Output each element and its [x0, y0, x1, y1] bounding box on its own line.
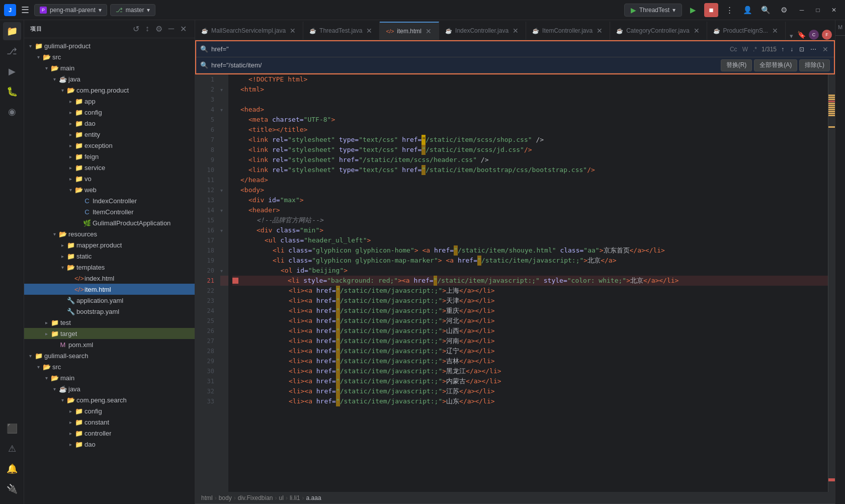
activity-icon-project[interactable]: 📁: [3, 22, 21, 40]
fold-16[interactable]: ▾: [220, 225, 228, 235]
tree-item-entity[interactable]: ▸ 📁 entity: [24, 129, 195, 140]
activity-icon-plugins[interactable]: 🔌: [3, 480, 21, 498]
fold-4[interactable]: ▾: [220, 105, 228, 115]
tree-item-exception[interactable]: ▸ 📁 exception: [24, 140, 195, 151]
match-case-btn[interactable]: Cc: [728, 45, 739, 54]
find-close-btn[interactable]: ✕: [821, 44, 830, 54]
tab-close-button[interactable]: ✕: [289, 27, 297, 35]
tree-item-search-config[interactable]: ▸ 📁 config: [24, 405, 195, 416]
branch-selector[interactable]: ⎇ master ▾: [110, 4, 156, 16]
tree-item-static[interactable]: ▸ 📁 static: [24, 250, 195, 262]
stop-button[interactable]: ■: [704, 3, 718, 17]
code-editor[interactable]: 1 2 3 4 5 6 7 8 9 10 11 12 13 14 15 16 1: [195, 74, 835, 492]
sidebar-expand-all[interactable]: ↕: [143, 23, 151, 35]
tree-item-resources[interactable]: ▾ 📂 resources: [24, 228, 195, 239]
find-prev-btn[interactable]: ↑: [780, 45, 786, 54]
run-button[interactable]: ▶: [686, 3, 700, 17]
tabs-overflow-button[interactable]: ▾: [786, 32, 797, 40]
tab-close-button[interactable]: ✕: [596, 27, 604, 35]
tree-item-search-constant[interactable]: ▸ 📁 constant: [24, 416, 195, 428]
fold-2[interactable]: ▾: [220, 85, 228, 95]
tree-item-vo[interactable]: ▸ 📁 vo: [24, 173, 195, 184]
replace-all-button[interactable]: 全部替换(A): [754, 59, 797, 71]
fold-12[interactable]: ▾: [220, 185, 228, 195]
breadcrumb-li[interactable]: li.li1: [290, 494, 300, 501]
activity-icon-problems[interactable]: ⚠: [3, 440, 21, 458]
activity-icon-run[interactable]: ▶: [3, 62, 21, 80]
activity-icon-notifications[interactable]: 🔔: [3, 460, 21, 478]
tree-item-main-product[interactable]: ▾ 📂 main: [24, 62, 195, 73]
tree-item-index-html[interactable]: </> index.html: [24, 273, 195, 284]
find-next-btn[interactable]: ↓: [789, 45, 795, 54]
sidebar-close[interactable]: ─: [166, 23, 176, 35]
tree-item-pom-xml[interactable]: M pom.xml: [24, 339, 195, 350]
tab-close-button[interactable]: ✕: [693, 27, 701, 35]
minimize-button[interactable]: ─: [795, 3, 809, 17]
more-options-button[interactable]: ⋮: [722, 3, 736, 17]
tab-ThreadTest[interactable]: ☕ ThreadTest.java ✕: [303, 22, 380, 40]
sidebar-collapse-all[interactable]: ↺: [131, 23, 141, 35]
activity-icon-commit[interactable]: ⎇: [3, 42, 21, 60]
tree-item-com-peng-product[interactable]: ▾ 📂 com.peng.product: [24, 85, 195, 96]
tab-close-button[interactable]: ✕: [365, 27, 373, 35]
tree-item-java-search[interactable]: ▾ ☕ java: [24, 383, 195, 394]
tree-item-item-controller[interactable]: C ItemController: [24, 206, 195, 217]
tab-close-button[interactable]: ✕: [771, 27, 779, 35]
tree-item-item-html[interactable]: </> item.html: [24, 284, 195, 295]
find-filter-btn[interactable]: ⊡: [798, 45, 806, 54]
tree-item-main-search[interactable]: ▾ 📂 main: [24, 372, 195, 383]
activity-icon-git[interactable]: ◉: [3, 103, 21, 121]
tab-close-button[interactable]: ✕: [425, 27, 433, 35]
regex-btn[interactable]: .*: [751, 45, 758, 54]
maximize-button[interactable]: □: [811, 3, 825, 17]
tab-close-button[interactable]: ✕: [512, 27, 520, 35]
tree-item-search-dao[interactable]: ▸ 📁 dao: [24, 439, 195, 450]
tab-ItemController[interactable]: ☕ ItemController.java ✕: [526, 22, 610, 40]
replace-button[interactable]: 替换(R): [721, 59, 752, 71]
tree-item-web[interactable]: ▾ 📂 web: [24, 184, 195, 195]
run-config-selector[interactable]: ▶ ThreadTest ▾: [624, 4, 682, 17]
tab-IndexController[interactable]: ☕ IndexController.java ✕: [439, 22, 526, 40]
activity-icon-terminal[interactable]: ⬛: [3, 419, 21, 438]
tree-item-gulimall-app[interactable]: 🌿 GulimallProductApplication: [24, 217, 195, 228]
right-icon-1[interactable]: M: [835, 22, 846, 32]
breadcrumb-body[interactable]: body: [219, 494, 232, 501]
tree-item-service[interactable]: ▸ 📁 service: [24, 162, 195, 173]
hamburger-menu[interactable]: ☰: [19, 3, 31, 18]
find-more-btn[interactable]: ⋯: [809, 45, 818, 54]
exclude-button[interactable]: 排除(L): [799, 59, 830, 71]
breadcrumb-ul[interactable]: ul: [279, 494, 284, 501]
user-button[interactable]: 👤: [740, 3, 754, 17]
project-selector[interactable]: P peng-mall-parent ▾: [34, 4, 107, 16]
tree-item-feign[interactable]: ▸ 📁 feign: [24, 151, 195, 162]
tree-item-bootstrap-yaml[interactable]: 🔧 bootstrap.yaml: [24, 306, 195, 317]
tree-item-test[interactable]: ▸ 📁 test: [24, 317, 195, 328]
tree-item-search-controller[interactable]: ▸ 📁 controller: [24, 428, 195, 439]
tab-MallSearchServiceImpl[interactable]: ☕ MallSearchServiceImpl.java ✕: [195, 22, 303, 40]
tree-item-com-peng-search[interactable]: ▾ 📂 com.peng.search: [24, 394, 195, 405]
tree-item-gulimall-search[interactable]: ▾ 📁 gulimall-search: [24, 350, 195, 361]
sidebar-pin[interactable]: ✕: [178, 23, 189, 35]
tab-CategoryController[interactable]: ☕ CategoryController.java ✕: [610, 22, 707, 40]
replace-input[interactable]: [211, 61, 718, 69]
sidebar-settings[interactable]: ⚙: [153, 23, 164, 35]
fold-20[interactable]: ▾: [220, 266, 228, 276]
whole-word-btn[interactable]: W: [741, 45, 749, 54]
tree-item-gulimall-product[interactable]: ▾ 📁 gulimall-product: [24, 40, 195, 51]
tree-item-dao[interactable]: ▸ 📁 dao: [24, 118, 195, 129]
close-button[interactable]: ✕: [827, 3, 841, 17]
tree-item-templates[interactable]: ▾ 📂 templates: [24, 262, 195, 273]
breadcrumb-html[interactable]: html: [201, 494, 213, 501]
tree-item-target[interactable]: ▸ 📁 target: [24, 328, 195, 339]
search-button[interactable]: 🔍: [758, 3, 773, 17]
tree-item-src-search[interactable]: ▾ 📂 src: [24, 361, 195, 372]
settings-button[interactable]: ⚙: [777, 3, 791, 17]
tree-item-src-product[interactable]: ▾ 📂 src: [24, 51, 195, 62]
tree-item-mapper[interactable]: ▸ 📁 mapper.product: [24, 239, 195, 250]
activity-icon-debug[interactable]: 🐛: [3, 82, 21, 101]
breadcrumb-div[interactable]: div.Fixedbian: [238, 494, 273, 501]
find-input[interactable]: [211, 45, 725, 53]
tree-item-app[interactable]: ▸ 📁 app: [24, 96, 195, 107]
tree-item-java-product[interactable]: ▾ ☕ java: [24, 73, 195, 85]
tab-ProductFeignS[interactable]: ☕ ProductFeignS... ✕: [707, 22, 786, 40]
